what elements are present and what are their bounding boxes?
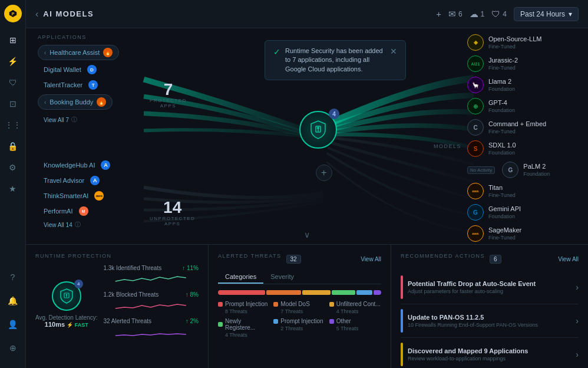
mail-count: 6 — [458, 10, 463, 18]
action-item-apps[interactable]: Discovered and Mapped 9 Applications Rev… — [401, 338, 579, 368]
threat-bar-unfiltered — [302, 290, 331, 295]
action-title-1: Potential Traffic Drop at Auto-Scale Eve… — [408, 280, 571, 287]
threats-header: ALERTED THREATS 32 View All — [218, 253, 381, 265]
down-chevron[interactable]: ∨ — [304, 230, 310, 239]
action-sub-2: 10 Firewalls Running End-of-Support PAN-… — [408, 322, 571, 328]
sidebar-icon-bell[interactable]: 🔔 — [4, 291, 22, 310]
back-button[interactable]: ‹ — [35, 9, 38, 19]
palm2-type: Foundation — [523, 171, 550, 177]
knowledgehub-label[interactable]: KnowledgeHub AI — [38, 159, 95, 171]
titan-icon: aws — [467, 183, 484, 199]
actions-view-all[interactable]: View All — [558, 256, 579, 262]
app-node-healthcare: ‹ Healthcare Assist 🔥 — [38, 45, 144, 60]
threats-view-all[interactable]: View All — [361, 256, 381, 262]
time-range-selector[interactable]: Past 24 Hours ▾ — [514, 7, 579, 21]
models-label: MODELS — [434, 143, 461, 149]
metric-alerted-change: ↑ 2% — [186, 318, 199, 324]
app-logo[interactable]: P — [4, 5, 22, 22]
sidebar-icon-activity[interactable]: ⚡ — [4, 52, 22, 71]
jurassic-name: Jurassic-2 — [488, 57, 518, 64]
command-embed-type: Fine-Tuned — [488, 129, 546, 134]
actions-section: RECOMMENDED ACTIONS 6 View All Potential… — [391, 245, 588, 368]
thinksmarter-label[interactable]: ThinkSmarterAI — [38, 190, 88, 202]
add-button[interactable]: + — [436, 9, 441, 19]
sidebar-icon-question[interactable]: ? — [4, 268, 22, 287]
model-jurassic[interactable]: AI21 Jurassic-2 Fine-Tuned — [467, 55, 576, 72]
palm2-name: PaLM 2 — [523, 163, 550, 170]
cloud-button[interactable]: ☁ 1 — [470, 9, 485, 19]
model-sdxl[interactable]: S SDXL 1.0 Foundation — [467, 140, 576, 157]
action-item-traffic[interactable]: Potential Traffic Drop at Auto-Scale Eve… — [401, 271, 579, 304]
unprotected-number: 14 — [150, 199, 195, 216]
metrics-list: 1.3k Identified Threats ↑ 11% 1.2k Block… — [103, 265, 199, 344]
model-command-embed[interactable]: C Command + Embed Fine-Tuned — [467, 119, 576, 136]
sidebar-icon-shield[interactable]: 🛡 — [4, 73, 22, 92]
model-llama2[interactable]: 🦙 Llama 2 Foundation — [467, 77, 576, 93]
threat-bar-newly-reg — [332, 290, 355, 295]
action-item-panos[interactable]: Update to PAN-OS 11.2.5 10 Firewalls Run… — [401, 304, 579, 338]
shield-badge: 4 — [329, 109, 339, 119]
sidebar-icon-grid[interactable]: ⊡ — [4, 94, 22, 113]
metric-blocked-label: 1.2k Blocked Threats — [103, 291, 158, 298]
sidebar-icon-apps[interactable]: ⋮⋮ — [4, 116, 22, 134]
mail-button[interactable]: ✉ 6 — [448, 9, 463, 19]
model-palm2[interactable]: No Activity G PaLM 2 Foundation — [467, 162, 576, 178]
threat-sub-3: 4 Threats — [329, 308, 381, 314]
threats-grid: Prompt Injection 8 Threats Model DoS 7 T… — [218, 301, 381, 338]
sagemaker-icon: aws — [467, 225, 484, 242]
sidebar-icon-settings[interactable]: ⚙ — [4, 158, 22, 177]
threats-count: 32 — [286, 255, 301, 264]
actions-title: RECOMMENDED ACTIONS — [401, 253, 485, 259]
threat-bar-prompt-injection — [218, 290, 265, 295]
digital-wallet-label[interactable]: Digital Wallet — [38, 64, 81, 75]
threat-item-prompt-inj2: Prompt Injection 2 Threats — [273, 318, 325, 338]
view-all-unprotected[interactable]: View All 14 ⓘ — [38, 221, 144, 229]
view-all-protected[interactable]: View All 7 ⓘ — [38, 116, 144, 124]
sidebar-icon-star[interactable]: ★ — [4, 179, 22, 198]
model-sagemaker[interactable]: aws SageMaker Fine-Tuned — [467, 225, 576, 242]
threat-label-2: Model DoS — [280, 301, 309, 307]
sidebar-icon-home[interactable]: ⊞ — [4, 31, 22, 50]
actions-count: 6 — [490, 255, 501, 264]
action-accent-2 — [401, 309, 403, 333]
metric-blocked: 1.2k Blocked Threats ↑ 8% — [103, 291, 199, 313]
gemini-icon: G — [467, 204, 484, 221]
shield-button[interactable]: 🛡 4 — [491, 9, 507, 19]
protected-label2: APPS — [150, 103, 187, 109]
plus-icon: + — [436, 9, 441, 19]
tab-severity[interactable]: Severity — [263, 271, 301, 284]
threat-dot-5 — [273, 319, 278, 324]
sidebar-icon-user[interactable]: 👤 — [4, 315, 22, 334]
sparkline-alerted — [103, 326, 199, 337]
performai-label[interactable]: PerformAI — [38, 205, 73, 217]
threat-item-prompt-injection: Prompt Injection 8 Threats — [218, 301, 270, 314]
bottom-panel: RUNTIME PROTECTION 4 Avg. Dete — [26, 244, 588, 368]
fast-badge: ⚡ FAST — [67, 322, 88, 328]
model-gpt4[interactable]: ⊕ GPT-4 Foundation — [467, 98, 576, 114]
toast-close-button[interactable]: ✕ — [390, 47, 397, 56]
tab-categories[interactable]: Categories — [218, 271, 263, 284]
sidebar-icon-expand[interactable]: ⊕ — [4, 339, 22, 357]
models-panel: MODELS ◆ Open-Source-LLM Fine-Tuned AI21… — [467, 34, 576, 244]
llama2-type: Foundation — [488, 86, 515, 92]
runtime-inner: 4 Avg. Detection Latency: 110ms ⚡ FAST 1… — [35, 265, 199, 344]
unprotected-label: UNPROTECTED — [150, 216, 195, 221]
model-gpt4-text: GPT-4 Foundation — [488, 99, 515, 113]
talent-tracker-label[interactable]: TalentTracker — [38, 79, 82, 91]
model-gemini[interactable]: G Gemini API Foundation — [467, 204, 576, 221]
travel-advisor-label[interactable]: Travel Advisor — [38, 175, 84, 186]
unprotected-apps-list: KnowledgeHub AI A Travel Advisor A Think… — [38, 159, 144, 217]
plus-node[interactable]: + — [316, 165, 332, 181]
sidebar-icon-security[interactable]: 🔒 — [4, 137, 22, 156]
apps-panel: APPLICATIONS ‹ Healthcare Assist 🔥 Digit… — [38, 34, 144, 229]
model-open-source-llm[interactable]: ◆ Open-Source-LLM Fine-Tuned — [467, 34, 576, 51]
healthcare-assist-btn[interactable]: ‹ Healthcare Assist 🔥 — [38, 45, 119, 60]
threat-item-model-dos: Model DoS 7 Threats — [273, 301, 325, 314]
model-titan[interactable]: aws Titan Fine-Tuned — [467, 183, 576, 199]
center-shield-container[interactable]: 4 — [299, 111, 337, 149]
threat-item-other: Other 5 Threats — [329, 318, 381, 338]
cloud-count: 1 — [481, 10, 485, 18]
booking-buddy-btn[interactable]: ‹ Booking Buddy 🔥 — [38, 94, 113, 110]
threats-title: ALERTED THREATS — [218, 253, 282, 259]
threat-bar-model-dos — [266, 290, 301, 295]
